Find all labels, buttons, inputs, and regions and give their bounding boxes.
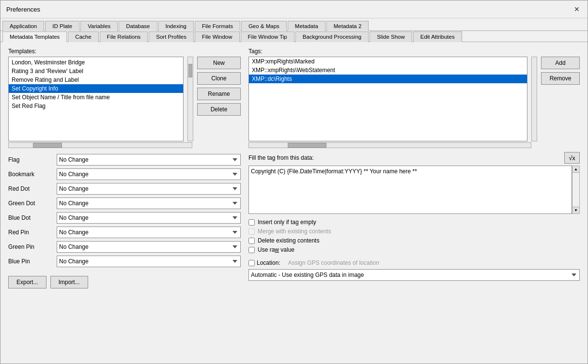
tab-id-plate[interactable]: ID Plate — [45, 21, 79, 31]
export-button[interactable]: Export... — [8, 276, 46, 288]
attr-label: Green Pin — [8, 243, 57, 250]
tab-file-relations[interactable]: File Relations — [100, 31, 148, 42]
remove-button[interactable]: Remove — [541, 72, 580, 85]
merge-existing-label: Merge with existing contents — [258, 228, 331, 235]
scroll-up-arrow[interactable]: ▲ — [573, 166, 579, 173]
merge-existing-row: Merge with existing contents — [248, 228, 580, 235]
new-button[interactable]: New — [197, 57, 241, 69]
attr-select-red-dot[interactable]: No Change — [57, 183, 241, 195]
attribute-row-bookmark: BookmarkNo Change — [8, 168, 241, 180]
attr-label: Green Dot — [8, 200, 57, 207]
attr-select-blue-dot[interactable]: No Change — [57, 212, 241, 224]
templates-scrollbar[interactable] — [187, 57, 193, 141]
fill-tag-textarea[interactable] — [248, 166, 572, 214]
location-text: Location: — [257, 259, 280, 266]
tag-item[interactable]: XMP::xmpRights\WebStatement — [249, 66, 527, 75]
scroll-down-arrow[interactable]: ▼ — [573, 207, 579, 213]
scroll-thumb — [188, 64, 192, 77]
tags-area: XMP:xmpRights\MarkedXMP::xmpRights\WebSt… — [248, 57, 580, 141]
tags-list[interactable]: XMP:xmpRights\MarkedXMP::xmpRights\WebSt… — [248, 57, 527, 141]
use-raw-row: Use raw value — [248, 246, 580, 253]
rename-button[interactable]: Rename — [197, 88, 241, 100]
location-label: Location: — [248, 259, 280, 266]
tab-indexing[interactable]: Indexing — [158, 21, 194, 31]
fill-tag-vscroll[interactable]: ▲ ▼ — [572, 166, 580, 214]
tab-application[interactable]: Application — [2, 21, 44, 31]
template-item[interactable]: Set Red Flag — [9, 102, 183, 110]
tab-metadata[interactable]: Metadata — [288, 21, 325, 31]
attribute-row-green-dot: Green DotNo Change — [8, 197, 241, 209]
location-checkbox[interactable] — [248, 260, 255, 266]
fill-tag-area: Fill the tag from this data: √x ▲ ▼ — [248, 148, 580, 358]
tab-cache[interactable]: Cache — [68, 31, 98, 42]
left-panel: Templates: London, Westminster BridgeRat… — [8, 48, 241, 358]
template-item[interactable]: Set Copyright Info — [9, 84, 183, 93]
delete-button[interactable]: Delete — [197, 103, 241, 116]
attr-label: Blue Pin — [8, 258, 57, 265]
delete-existing-checkbox[interactable] — [248, 238, 255, 244]
gps-select[interactable]: Automatic - Use existing GPS data in ima… — [248, 269, 580, 281]
merge-existing-checkbox[interactable] — [248, 228, 255, 235]
window-title: Preferences — [6, 6, 40, 13]
gps-label: Assign GPS coordinates of location — [288, 259, 379, 266]
attr-select-green-pin[interactable]: No Change — [57, 241, 241, 253]
tab-metadata-2[interactable]: Metadata 2 — [326, 21, 369, 31]
insert-only-checkbox[interactable] — [248, 219, 255, 226]
attr-select-green-dot[interactable]: No Change — [57, 197, 241, 209]
tags-hscroll[interactable] — [248, 142, 531, 148]
preferences-window: Preferences ✕ ApplicationID PlateVariabl… — [0, 0, 588, 364]
tab-file-window[interactable]: File Window — [195, 31, 240, 42]
import-button[interactable]: Import... — [50, 276, 88, 288]
delete-existing-label: Delete existing contents — [258, 237, 319, 244]
attribute-row-blue-pin: Blue PinNo Change — [8, 256, 241, 267]
clone-button[interactable]: Clone — [197, 72, 241, 85]
add-button[interactable]: Add — [541, 57, 580, 69]
attribute-row-green-pin: Green PinNo Change — [8, 241, 241, 253]
close-button[interactable]: ✕ — [572, 4, 582, 14]
tab-variables[interactable]: Variables — [80, 21, 118, 31]
fill-tag-header: Fill the tag from this data: √x — [248, 152, 580, 164]
tab-metadata-templates[interactable]: Metadata Templates — [2, 31, 67, 42]
fill-tag-label: Fill the tag from this data: — [248, 154, 314, 161]
fill-tag-scroll: ▲ ▼ — [248, 166, 580, 214]
attr-select-bookmark[interactable]: No Change — [57, 168, 241, 180]
tabs-row1: ApplicationID PlateVariablesDatabaseInde… — [0, 18, 588, 31]
attr-label: Blue Dot — [8, 214, 57, 221]
template-item[interactable]: London, Westminster Bridge — [9, 58, 183, 67]
attr-label: Bookmark — [8, 171, 57, 178]
location-row: Location: Assign GPS coordinates of loca… — [248, 259, 580, 266]
template-buttons: New Clone Rename Delete — [197, 57, 241, 141]
sqrt-button[interactable]: √x — [564, 152, 580, 164]
templates-hscroll[interactable] — [8, 142, 192, 148]
tab-sort-profiles[interactable]: Sort Profiles — [149, 31, 194, 42]
templates-list[interactable]: London, Westminster BridgeRating 3 and '… — [8, 57, 184, 141]
attr-select-blue-pin[interactable]: No Change — [57, 256, 241, 267]
tab-database[interactable]: Database — [119, 21, 157, 31]
tags-scrollbar[interactable] — [531, 57, 537, 141]
templates-area: London, Westminster BridgeRating 3 and '… — [8, 57, 241, 141]
template-item[interactable]: Remove Rating and Label — [9, 76, 183, 84]
tab-background-processing[interactable]: Background Processing — [295, 31, 369, 42]
attr-select-red-pin[interactable]: No Change — [57, 227, 241, 238]
tab-geo-&-maps[interactable]: Geo & Maps — [241, 21, 287, 31]
tag-item[interactable]: XMP:xmpRights\Marked — [249, 57, 527, 66]
use-raw-checkbox[interactable] — [248, 247, 255, 253]
insert-only-label: Insert only if tag empty — [258, 219, 316, 226]
attr-label: Red Pin — [8, 229, 57, 236]
insert-only-row: Insert only if tag empty — [248, 219, 580, 226]
template-item[interactable]: Set Object Name / Title from file name — [9, 93, 183, 102]
templates-label: Templates: — [8, 48, 241, 55]
attr-label: Flag — [8, 156, 57, 163]
attribute-row-flag: FlagNo Change — [8, 154, 241, 166]
tab-edit-attributes[interactable]: Edit Attributes — [413, 31, 462, 42]
right-panel: Tags: XMP:xmpRights\MarkedXMP::xmpRights… — [248, 48, 580, 358]
attribute-row-blue-dot: Blue DotNo Change — [8, 212, 241, 224]
attr-select-flag[interactable]: No Change — [57, 154, 241, 166]
tab-slide-show[interactable]: Slide Show — [370, 31, 412, 42]
template-item[interactable]: Rating 3 and 'Review' Label — [9, 67, 183, 76]
attribute-row-red-pin: Red PinNo Change — [8, 227, 241, 238]
tag-item[interactable]: XMP::dc\Rights — [249, 75, 527, 83]
tags-hscroll-thumb — [288, 143, 326, 148]
tab-file-window-tip[interactable]: File Window Tip — [241, 31, 294, 42]
tab-file-formats[interactable]: File Formats — [195, 21, 240, 31]
